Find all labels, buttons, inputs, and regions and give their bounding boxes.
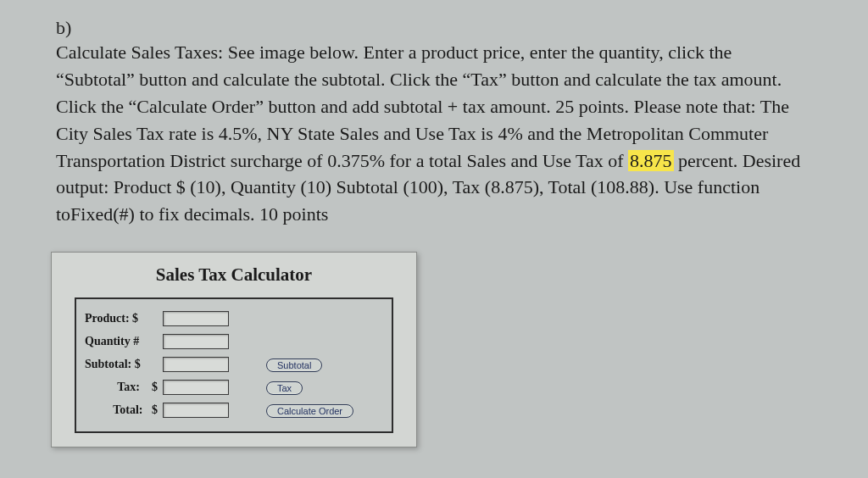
label-total: Total: $ bbox=[85, 403, 163, 417]
calculator-title: Sales Tax Calculator bbox=[52, 256, 416, 297]
input-tax[interactable] bbox=[163, 380, 229, 395]
question-highlight: 8.875 bbox=[628, 150, 674, 171]
question-label: b) bbox=[56, 17, 80, 39]
label-subtotal: Subtotal: $ bbox=[85, 358, 163, 371]
subtotal-button[interactable]: Subtotal bbox=[266, 358, 322, 372]
row-product: Product: $ bbox=[85, 308, 383, 329]
calculator-container: Sales Tax Calculator Product: $ Quantity… bbox=[51, 252, 417, 447]
row-total: Total: $ Calculate Order bbox=[85, 400, 383, 420]
tax-button[interactable]: Tax bbox=[266, 381, 303, 395]
label-quantity: Quantity # bbox=[85, 335, 163, 348]
button-col-calculate: Calculate Order bbox=[266, 403, 353, 418]
button-col-subtotal: Subtotal bbox=[266, 357, 322, 372]
input-quantity[interactable] bbox=[163, 334, 229, 349]
label-product: Product: $ bbox=[85, 312, 163, 325]
question-text: Calculate Sales Taxes: See image below. … bbox=[56, 39, 810, 228]
calculator-form: Product: $ Quantity # Subtotal: $ Subtot… bbox=[75, 297, 393, 433]
button-col-tax: Tax bbox=[266, 380, 303, 395]
page: b) Calculate Sales Taxes: See image belo… bbox=[0, 0, 868, 464]
label-tax: Tax: $ bbox=[85, 381, 163, 394]
calculate-order-button[interactable]: Calculate Order bbox=[266, 404, 353, 418]
input-subtotal[interactable] bbox=[163, 357, 229, 372]
row-tax: Tax: $ Tax bbox=[85, 377, 383, 397]
input-product[interactable] bbox=[163, 311, 229, 326]
row-quantity: Quantity # bbox=[85, 331, 383, 352]
row-subtotal: Subtotal: $ Subtotal bbox=[85, 354, 383, 375]
input-total[interactable] bbox=[163, 403, 229, 418]
question-block: b) Calculate Sales Taxes: See image belo… bbox=[56, 17, 827, 228]
